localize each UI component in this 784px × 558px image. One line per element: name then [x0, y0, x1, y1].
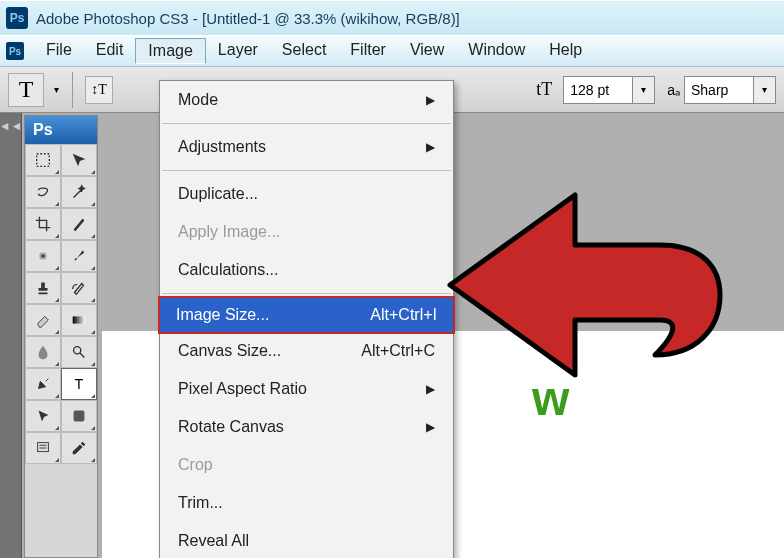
menu-separator	[162, 293, 451, 294]
submenu-arrow-icon: ▶	[426, 420, 435, 434]
menu-item-label: Mode	[178, 91, 218, 109]
tool-pen[interactable]	[25, 368, 61, 400]
font-size-dropdown[interactable]: ▾	[633, 76, 655, 104]
svg-rect-5	[74, 411, 85, 422]
menu-item-calculations[interactable]: Calculations...	[160, 251, 453, 289]
tool-wand[interactable]	[61, 176, 97, 208]
menu-item-duplicate[interactable]: Duplicate...	[160, 175, 453, 213]
tool-lasso[interactable]	[25, 176, 61, 208]
tool-marquee[interactable]	[25, 144, 61, 176]
tool-heal[interactable]	[25, 240, 61, 272]
menu-item-label: Calculations...	[178, 261, 279, 279]
tool-crop[interactable]	[25, 208, 61, 240]
menu-edit[interactable]: Edit	[84, 38, 136, 64]
submenu-arrow-icon: ▶	[426, 382, 435, 396]
menu-layer[interactable]: Layer	[206, 38, 270, 64]
menu-item-canvas-size[interactable]: Canvas Size...Alt+Ctrl+C	[160, 332, 453, 370]
svg-point-3	[74, 347, 81, 354]
menu-item-mode[interactable]: Mode▶	[160, 81, 453, 119]
menu-item-label: Apply Image...	[178, 223, 280, 241]
chevron-left-icon: ◄◄	[0, 119, 22, 133]
photoshop-logo-icon: Ps	[6, 7, 28, 29]
menu-item-adjustments[interactable]: Adjustments▶	[160, 128, 453, 166]
menu-filter[interactable]: Filter	[338, 38, 398, 64]
text-orientation-button[interactable]: ↕T	[85, 76, 113, 104]
menu-item-image-size[interactable]: Image Size...Alt+Ctrl+I	[158, 296, 455, 334]
menu-item-label: Rotate Canvas	[178, 418, 284, 436]
tool-path-select[interactable]	[25, 400, 61, 432]
tool-slice[interactable]	[61, 208, 97, 240]
menu-separator	[162, 123, 451, 124]
titlebar: Ps Adobe Photoshop CS3 - [Untitled-1 @ 3…	[0, 0, 784, 35]
window-title: Adobe Photoshop CS3 - [Untitled-1 @ 33.3…	[36, 10, 460, 27]
antialias-label: aₐ	[667, 82, 680, 98]
divider	[72, 72, 73, 108]
tool-type[interactable]: T	[61, 368, 97, 400]
antialias-dropdown[interactable]: ▾	[754, 76, 776, 104]
tool-blur[interactable]	[25, 336, 61, 368]
tool-notes[interactable]	[25, 432, 61, 464]
menu-item-reveal-all[interactable]: Reveal All	[160, 522, 453, 558]
tool-eyedropper[interactable]	[61, 432, 97, 464]
toolbox-header: Ps	[25, 116, 97, 144]
type-tool-preset-dropdown[interactable]: ▾	[48, 73, 64, 107]
menu-item-label: Adjustments	[178, 138, 266, 156]
tool-gradient[interactable]	[61, 304, 97, 336]
menu-view[interactable]: View	[398, 38, 456, 64]
tool-dodge[interactable]	[61, 336, 97, 368]
svg-text:T: T	[75, 376, 84, 392]
menu-item-label: Image Size...	[176, 306, 269, 324]
menu-item-label: Reveal All	[178, 532, 249, 550]
menu-image[interactable]: Image	[135, 38, 205, 64]
menu-separator	[162, 170, 451, 171]
tool-history-brush[interactable]	[61, 272, 97, 304]
menu-window[interactable]: Window	[456, 38, 537, 64]
antialias-select[interactable]: Sharp	[684, 76, 754, 104]
menu-item-shortcut: Alt+Ctrl+I	[370, 306, 437, 324]
tool-brush[interactable]	[61, 240, 97, 272]
type-tool-preset-button[interactable]: T	[8, 73, 44, 107]
menu-item-crop: Crop	[160, 446, 453, 484]
photoshop-small-icon[interactable]: Ps	[6, 42, 24, 60]
menu-item-label: Trim...	[178, 494, 223, 512]
tool-shape[interactable]	[61, 400, 97, 432]
panel-collapse-tab[interactable]: ◄◄	[0, 113, 22, 558]
svg-rect-6	[38, 443, 49, 452]
menu-item-trim[interactable]: Trim...	[160, 484, 453, 522]
image-menu-dropdown: Mode▶Adjustments▶Duplicate...Apply Image…	[159, 80, 454, 558]
menu-item-shortcut: Alt+Ctrl+C	[361, 342, 435, 360]
menu-help[interactable]: Help	[537, 38, 594, 64]
tool-stamp[interactable]	[25, 272, 61, 304]
menu-item-label: Duplicate...	[178, 185, 258, 203]
font-size-icon: tT	[529, 75, 559, 105]
tool-move[interactable]	[61, 144, 97, 176]
menu-item-rotate-canvas[interactable]: Rotate Canvas▶	[160, 408, 453, 446]
tool-eraser[interactable]	[25, 304, 61, 336]
menu-file[interactable]: File	[34, 38, 84, 64]
menubar: Ps FileEditImageLayerSelectFilterViewWin…	[0, 35, 784, 67]
menu-item-label: Crop	[178, 456, 213, 474]
menu-item-label: Pixel Aspect Ratio	[178, 380, 307, 398]
submenu-arrow-icon: ▶	[426, 93, 435, 107]
svg-rect-0	[37, 154, 50, 167]
toolbox: Ps T	[24, 115, 98, 558]
font-size-input[interactable]	[563, 76, 633, 104]
menu-item-label: Canvas Size...	[178, 342, 281, 360]
menu-item-pixel-aspect-ratio[interactable]: Pixel Aspect Ratio▶	[160, 370, 453, 408]
menu-item-apply-image: Apply Image...	[160, 213, 453, 251]
svg-rect-2	[73, 316, 86, 323]
submenu-arrow-icon: ▶	[426, 140, 435, 154]
menu-select[interactable]: Select	[270, 38, 338, 64]
document-text: w	[532, 371, 569, 426]
